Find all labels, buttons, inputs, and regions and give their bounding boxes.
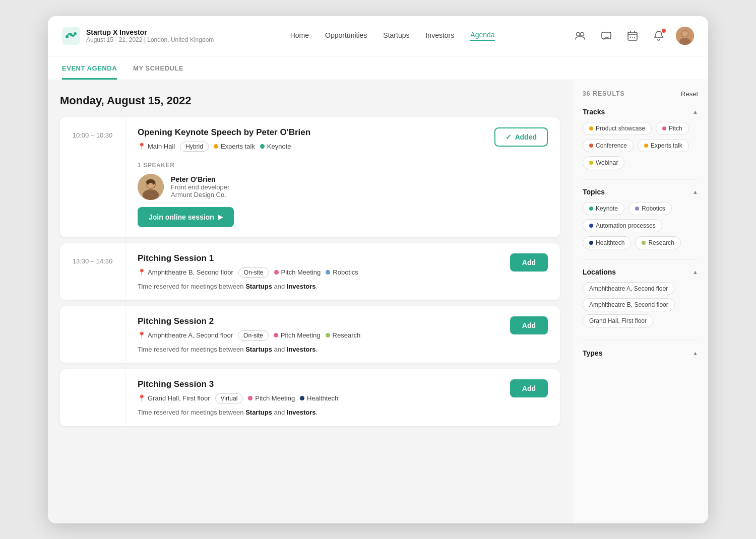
chip-dot	[589, 126, 593, 130]
added-label: Added	[515, 133, 537, 141]
bold-startups: Startups	[245, 346, 272, 353]
session-body: Pitching Session 1 📍 Amphitheatre B, Sec…	[125, 243, 560, 300]
checkmark-icon: ✓	[506, 133, 512, 141]
add-button[interactable]: Add	[510, 316, 548, 334]
nav-investors[interactable]: Investors	[425, 31, 454, 40]
locations-chips: Amphitheatre A, Second floor Amphitheatr…	[583, 282, 698, 330]
session-desc: Time reserved for meetings between Start…	[138, 283, 358, 290]
speaker-company: Armunt Design Co.	[171, 191, 229, 198]
chip-dot	[644, 144, 648, 148]
connections-icon-button[interactable]	[571, 27, 589, 45]
brand: Startup X Investor August 15 - 21, 2022 …	[62, 27, 214, 45]
session-top: Pitching Session 2 📍 Amphitheatre A, Sec…	[138, 316, 548, 353]
topic-dot-2	[300, 396, 304, 400]
topic-chip-keynote[interactable]: Keynote	[583, 202, 624, 215]
join-session-button[interactable]: Join online session ▶	[138, 207, 234, 227]
topic-chip-robotics[interactable]: Robotics	[628, 202, 672, 215]
chip-dot	[589, 241, 593, 245]
notifications-icon-button[interactable]	[650, 27, 668, 45]
topic-1: Pitch Meeting	[274, 331, 321, 339]
speaker-info: Peter O'Brien Front end developer Armunt…	[171, 175, 229, 198]
brand-logo-icon	[62, 27, 80, 45]
session-card: 10:00 – 10:30 Opening Keynote Speech by …	[60, 117, 560, 237]
sidebar: 36 RESULTS Reset Tracks ▲ Product showca…	[572, 80, 708, 523]
location-chip-0[interactable]: Amphitheatre A, Second floor	[583, 282, 674, 295]
user-avatar[interactable]	[676, 27, 694, 45]
topic-dot-2	[326, 270, 330, 275]
locations-chevron-icon: ▲	[692, 269, 698, 275]
speaker-section: 1 SPEAKER	[138, 162, 548, 200]
tracks-filter-header[interactable]: Tracks ▲	[583, 108, 698, 116]
session-desc: Time reserved for meetings between Start…	[138, 346, 360, 353]
notification-badge	[662, 29, 666, 33]
topic-1: Pitch Meeting	[274, 268, 321, 276]
topic-1: Pitch Meeting	[248, 394, 295, 402]
pin-icon: 📍	[138, 143, 146, 150]
location-chip-1[interactable]: Amphitheatre B, Second floor	[583, 298, 675, 311]
tab-event-agenda[interactable]: EVENT AGENDA	[62, 56, 117, 80]
track-chip-webinar[interactable]: Webinar	[583, 156, 624, 169]
session-title: Pitching Session 2	[138, 316, 360, 326]
bold-startups: Startups	[245, 283, 272, 290]
session-body: Pitching Session 2 📍 Amphitheatre A, Sec…	[125, 306, 560, 363]
divider	[583, 259, 698, 260]
topic-chip-healthtech[interactable]: Healthtech	[583, 236, 631, 249]
messages-icon	[601, 30, 612, 41]
topic-dot-1	[248, 396, 253, 400]
locations-filter-header[interactable]: Locations ▲	[583, 268, 698, 276]
topic-1: Experts talk	[214, 143, 255, 150]
tab-my-schedule[interactable]: MY SCHEDULE	[133, 56, 183, 80]
bold-investors: Investors	[287, 346, 316, 353]
connections-icon	[575, 30, 586, 41]
session-title: Pitching Session 3	[138, 379, 338, 389]
chip-dot	[589, 224, 593, 228]
topic-dot-1	[214, 144, 218, 149]
app-window: Startup X Investor August 15 - 21, 2022 …	[48, 16, 708, 523]
topic-chip-research[interactable]: Research	[635, 236, 680, 249]
session-meta: 📍 Main Hall Hybrid Experts talk	[138, 142, 310, 152]
main-content: Monday, August 15, 2022 10:00 – 10:30 Op…	[48, 80, 708, 523]
topics-filter-header[interactable]: Topics ▲	[583, 188, 698, 196]
track-chip-conference[interactable]: Conference	[583, 139, 634, 152]
nav-home[interactable]: Home	[290, 31, 309, 40]
added-button[interactable]: ✓ Added	[494, 127, 548, 147]
agenda-date: Monday, August 15, 2022	[60, 94, 560, 107]
location-chip-2[interactable]: Grand Hall, First floor	[583, 314, 653, 327]
calendar-icon-button[interactable]	[623, 27, 642, 45]
brand-name: Startup X Investor	[86, 28, 214, 36]
add-button[interactable]: Add	[510, 379, 548, 397]
track-chip-experts-talk[interactable]: Experts talk	[638, 139, 689, 152]
svg-point-14	[682, 31, 688, 37]
session-location: 📍 Amphitheatre A, Second floor	[138, 331, 233, 339]
messages-icon-button[interactable]	[597, 27, 615, 45]
topic-chip-automation[interactable]: Automation processes	[583, 219, 662, 232]
session-title: Pitching Session 1	[138, 253, 358, 263]
avatar-image	[676, 27, 694, 45]
add-button[interactable]: Add	[510, 253, 548, 272]
svg-point-4	[577, 33, 580, 36]
chip-dot	[589, 207, 593, 211]
session-meta: 📍 Grand Hall, First floor Virtual Pitch …	[138, 393, 338, 403]
track-chip-product-showcase[interactable]: Product showcase	[583, 122, 652, 135]
types-chevron-icon: ▲	[692, 350, 698, 356]
track-chip-pitch[interactable]: Pitch	[656, 122, 689, 135]
session-meta: 📍 Amphitheatre A, Second floor On-site P…	[138, 330, 360, 341]
nav-startups[interactable]: Startups	[383, 31, 409, 40]
session-location: 📍 Amphitheatre B, Second floor	[138, 268, 233, 276]
session-card: Pitching Session 3 📍 Grand Hall, First f…	[60, 369, 560, 426]
nav-agenda[interactable]: Agenda	[470, 31, 494, 41]
play-icon: ▶	[218, 214, 223, 221]
session-location: 📍 Main Hall	[138, 143, 175, 150]
session-card: Pitching Session 2 📍 Amphitheatre A, Sec…	[60, 306, 560, 363]
session-top: Opening Keynote Speech by Peter O'Brien …	[138, 127, 548, 157]
results-row: 36 RESULTS Reset	[583, 90, 698, 98]
nav-opportunities[interactable]: Opportunities	[325, 31, 367, 40]
speaker-name: Peter O'Brien	[171, 175, 229, 183]
svg-point-17	[143, 189, 159, 200]
calendar-icon	[627, 30, 638, 41]
topic-2: Keynote	[260, 143, 291, 150]
bold-investors: Investors	[287, 409, 316, 416]
types-filter-header[interactable]: Types ▲	[583, 349, 698, 357]
reset-button[interactable]: Reset	[681, 90, 698, 98]
topics-filter-section: Topics ▲ Keynote Robotics Automation pro…	[583, 188, 698, 249]
